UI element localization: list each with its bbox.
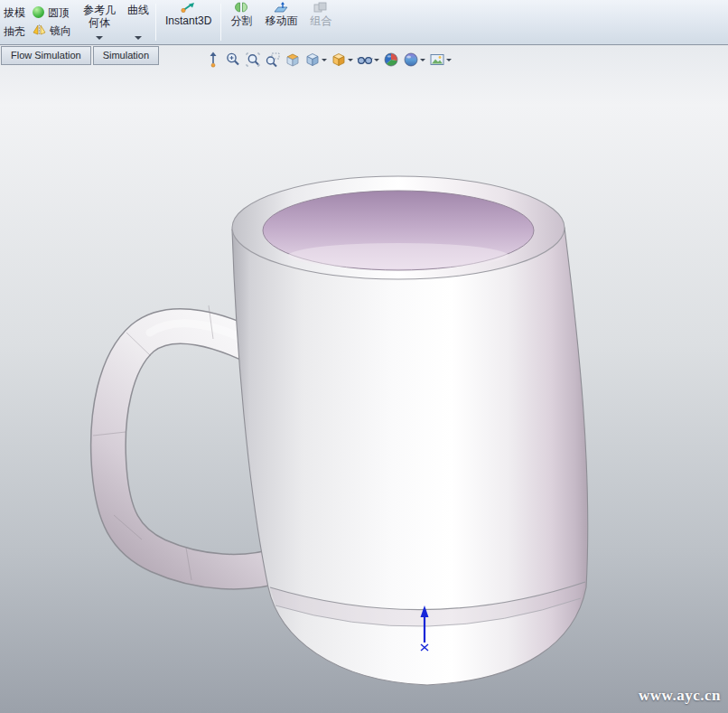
display-style-icon[interactable] (330, 51, 354, 69)
chevron-down-icon[interactable] (322, 59, 327, 61)
watermark: www.ayc.cn (639, 687, 721, 705)
combine-label: 组合 (310, 14, 331, 27)
move-face-label: 移动面 (265, 14, 297, 27)
reference-geometry-button[interactable]: 参考几何体 (75, 0, 124, 44)
edit-appearance-icon[interactable] (382, 51, 400, 69)
tab-simulation[interactable]: Simulation (93, 46, 159, 65)
zoom-to-fit-icon[interactable] (244, 51, 262, 69)
view-rotate-icon[interactable] (204, 51, 222, 69)
mirror-icon (33, 23, 46, 38)
dome-icon (33, 6, 44, 18)
mug-model (0, 45, 728, 713)
toolbar-separator (155, 4, 156, 41)
section-view-icon[interactable] (284, 51, 302, 69)
curves-label: 曲线 (127, 4, 149, 16)
chevron-down-icon[interactable] (96, 36, 103, 40)
chevron-down-icon[interactable] (135, 36, 142, 40)
combine-button[interactable]: 组合 (303, 0, 338, 44)
chevron-down-icon[interactable] (374, 59, 379, 61)
heads-up-view-toolbar (204, 51, 453, 69)
chevron-down-icon[interactable] (348, 59, 353, 61)
mirror-button[interactable]: 镜向 (30, 23, 74, 39)
reference-geometry-label: 参考几何体 (79, 4, 120, 29)
shell-button[interactable]: 抽壳 (1, 24, 28, 39)
instant3d-button[interactable]: Instant3D (159, 0, 218, 44)
split-icon (234, 1, 248, 13)
instant3d-label: Instant3D (165, 14, 211, 27)
chevron-down-icon[interactable] (420, 59, 425, 61)
zoom-to-area-icon[interactable] (264, 51, 282, 69)
dome-label: 圆顶 (48, 6, 70, 19)
toolbar-column-1: 拔模 抽壳 (0, 0, 29, 44)
toolbar-separator (220, 4, 221, 41)
toolbar-column-2: 圆顶 镜向 (29, 0, 75, 44)
view-settings-icon[interactable] (428, 51, 453, 69)
combine-icon (313, 1, 328, 13)
shell-label: 抽壳 (4, 25, 25, 38)
hide-show-items-icon[interactable] (356, 51, 380, 69)
move-face-icon (274, 1, 288, 13)
zoom-in-out-icon[interactable] (224, 51, 242, 69)
split-label: 分割 (230, 14, 252, 27)
solidworks-window: 拔模 抽壳 圆顶 镜向 (0, 0, 728, 713)
features-toolbar: 拔模 抽壳 圆顶 镜向 (0, 0, 728, 45)
split-button[interactable]: 分割 (224, 0, 258, 44)
tab-flow-simulation[interactable]: Flow Simulation (1, 46, 91, 65)
view-orientation-icon[interactable] (303, 51, 328, 69)
move-face-button[interactable]: 移动面 (258, 0, 303, 44)
command-manager-tabs: Flow Simulation Simulation (1, 46, 159, 65)
dome-button[interactable]: 圆顶 (30, 5, 74, 20)
mirror-label: 镜向 (50, 24, 71, 37)
instant3d-icon (181, 1, 196, 13)
draft-label: 拔模 (4, 6, 25, 19)
curves-button[interactable]: 曲线 (124, 0, 153, 44)
apply-scene-icon[interactable] (402, 51, 426, 69)
graphics-area[interactable]: www.ayc.cn (0, 45, 728, 713)
draft-button[interactable]: 拔模 (1, 5, 28, 20)
chevron-down-icon[interactable] (446, 59, 452, 61)
